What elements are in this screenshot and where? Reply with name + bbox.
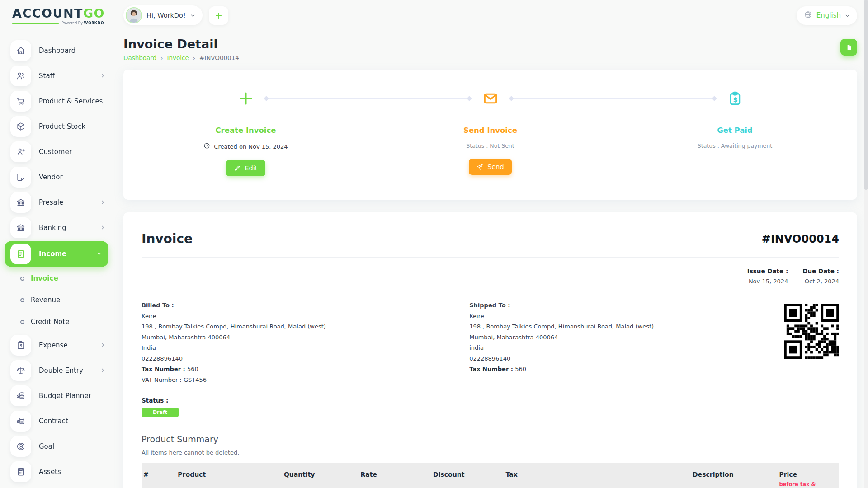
cube-icon [10, 116, 31, 137]
plus-icon [238, 90, 254, 108]
page-scrollbar[interactable] [864, 0, 868, 488]
brand-underline [12, 23, 59, 24]
clipboard-dollar-icon: $ [727, 90, 743, 108]
col-description: Description [686, 463, 773, 488]
user-greeting: Hi, WorkDo! [146, 12, 186, 19]
breadcrumb-separator [189, 54, 199, 61]
edit-invoice-button[interactable]: Edit [226, 160, 265, 176]
sidebar: ACCOUNTGO Powered By WORKDO Dashboard St… [0, 0, 113, 488]
breadcrumb-separator [156, 54, 167, 61]
step-connector [510, 98, 715, 99]
svg-text:$: $ [19, 343, 22, 348]
product-summary-title: Product Summary [142, 434, 839, 444]
step-get-paid: $ Get Paid Status : Awaiting payment [613, 90, 857, 176]
invoice-status: Status : Draft [142, 397, 839, 417]
coins-dollar-icon: $ [10, 385, 31, 406]
avatar [126, 7, 142, 23]
chevron-right-icon [100, 72, 106, 80]
col-rate: Rate [354, 463, 427, 488]
target-icon [10, 436, 31, 457]
bank-icon [10, 217, 31, 238]
step-title: Get Paid [717, 126, 753, 135]
svg-text:$: $ [17, 419, 19, 424]
invoice-doc-icon [10, 244, 31, 264]
sidebar-item-presale[interactable]: Presale [0, 190, 113, 215]
col-quantity: Quantity [278, 463, 354, 488]
quick-add-button[interactable] [209, 6, 228, 25]
sidebar-item-customer[interactable]: Customer [0, 139, 113, 164]
breadcrumb-dashboard[interactable]: Dashboard [123, 54, 156, 61]
brand-logo[interactable]: ACCOUNTGO Powered By WORKDO [0, 7, 113, 25]
svg-text:$: $ [733, 96, 737, 104]
sidebar-item-dashboard[interactable]: Dashboard [0, 38, 113, 63]
bank-icon [10, 192, 31, 213]
breadcrumb-invoice[interactable]: Invoice [167, 54, 189, 61]
sidebar-item-assets[interactable]: Assets [0, 459, 113, 484]
sidebar-item-contract[interactable]: $ Contract [0, 408, 113, 434]
chevron-right-icon [100, 224, 106, 232]
scrollbar-thumb[interactable] [864, 0, 868, 190]
send-invoice-button[interactable]: Send [469, 159, 512, 175]
chevron-down-icon [96, 250, 102, 258]
globe-icon [804, 10, 812, 21]
sidebar-item-product-services[interactable]: Product & Services [0, 89, 113, 114]
step-create-invoice: Create Invoice Created on Nov 15, 2024 E… [123, 90, 368, 176]
svg-text:$: $ [17, 394, 19, 399]
product-summary-note: All items here cannot be deleted. [142, 449, 839, 456]
note-icon [10, 167, 31, 188]
pencil-icon [234, 165, 241, 172]
col-product: Product [171, 463, 278, 488]
sidebar-item-expense[interactable]: $ Expense [0, 333, 113, 358]
chevron-down-icon [190, 11, 195, 20]
step-connector [265, 98, 470, 99]
paper-plane-icon [476, 164, 483, 170]
step-status: Status : Not Sent [466, 142, 514, 149]
invoice-progress-card: Create Invoice Created on Nov 15, 2024 E… [123, 70, 857, 200]
clock-icon [203, 142, 210, 150]
issue-date-block: Issue Date : Nov 15, 2024 [747, 267, 788, 285]
step-send-invoice: Send Invoice Status : Not Sent Send [368, 90, 613, 176]
sidebar-subitem-revenue[interactable]: Revenue [0, 289, 113, 311]
sidebar-item-product-stock[interactable]: Product Stock [0, 114, 113, 139]
powered-by: Powered By WORKDO [61, 21, 104, 25]
invoice-dates: Issue Date : Nov 15, 2024 Due Date : Oct… [142, 267, 839, 285]
users-icon [10, 66, 31, 86]
step-status: Created on Nov 15, 2024 [203, 142, 288, 150]
duplicate-invoice-button[interactable] [840, 39, 857, 56]
page-title: Invoice Detail [123, 37, 239, 51]
language-label: English [816, 11, 841, 19]
price-note: before tax & discount [779, 481, 833, 488]
divider [142, 257, 839, 258]
cart-icon [10, 91, 31, 112]
sidebar-item-banking[interactable]: Banking [0, 215, 113, 240]
chevron-right-icon [100, 366, 106, 375]
file-icon [845, 44, 853, 51]
col-tax: Tax [500, 463, 687, 488]
breadcrumb: Dashboard Invoice #INVO00014 [123, 54, 239, 61]
invoice-detail-card: Invoice #INVO00014 Issue Date : Nov 15, … [123, 212, 857, 488]
bullet-icon [20, 277, 24, 281]
chevron-down-icon [845, 11, 850, 20]
billed-to-block: Billed To : Keire 198 , Bombay Talkies C… [142, 302, 469, 387]
sidebar-subitem-credit-note[interactable]: Credit Note [0, 311, 113, 333]
scale-icon [10, 360, 31, 381]
language-selector[interactable]: English [797, 6, 857, 25]
due-date-block: Due Date : Oct 2, 2024 [802, 267, 839, 285]
main-content: Hi, WorkDo! English Invoice Detail Dashb… [113, 0, 868, 488]
sidebar-item-income[interactable]: Income [5, 241, 108, 267]
status-badge: Draft [142, 408, 179, 417]
sidebar-item-budget-planner[interactable]: $ Budget Planner [0, 383, 113, 408]
table-header-row: # Product Quantity Rate Discount Tax Des… [142, 463, 839, 488]
col-discount: Discount [427, 463, 499, 488]
user-menu[interactable]: Hi, WorkDo! [123, 5, 203, 25]
coins-dollar-icon: $ [10, 411, 31, 432]
sidebar-item-vendor[interactable]: Vendor [0, 164, 113, 190]
sidebar-subitem-invoice[interactable]: Invoice [0, 267, 113, 289]
sidebar-item-goal[interactable]: Goal [0, 434, 113, 459]
step-status: Status : Awaiting payment [698, 142, 772, 149]
sidebar-item-double-entry[interactable]: Double Entry [0, 358, 113, 383]
bullet-icon [20, 298, 24, 302]
sidebar-item-staff[interactable]: Staff [0, 63, 113, 89]
chevron-right-icon [100, 341, 106, 350]
col-index: # [142, 463, 171, 488]
